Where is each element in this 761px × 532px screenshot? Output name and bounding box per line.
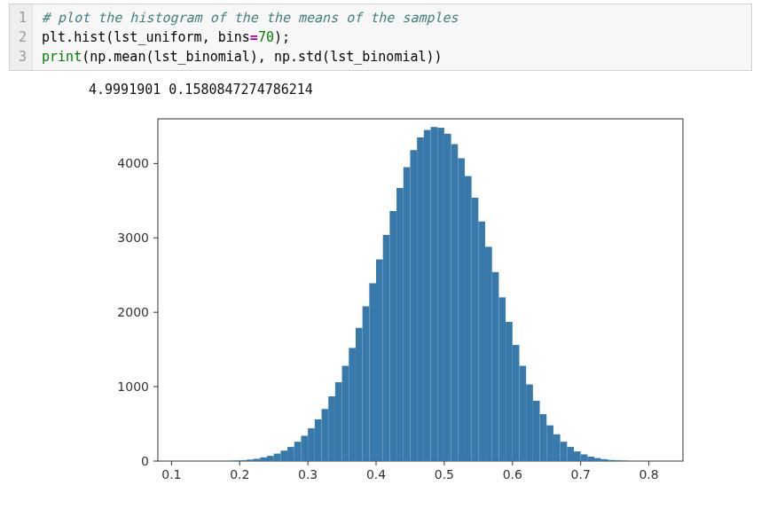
histogram-plot: 0.10.20.30.40.50.60.70.80100020003000400…: [89, 110, 692, 491]
svg-rect-23: [383, 235, 390, 461]
svg-rect-56: [608, 460, 615, 461]
stdout-output: 4.9991901 0.1580847274786214: [89, 82, 761, 98]
code-area[interactable]: # plot the histogram of the the means of…: [33, 4, 751, 70]
svg-text:2000: 2000: [117, 305, 149, 319]
line-number: 2: [19, 27, 27, 47]
svg-rect-21: [369, 283, 376, 461]
svg-rect-33: [451, 145, 459, 461]
svg-rect-41: [506, 322, 513, 461]
svg-text:0.6: 0.6: [503, 467, 522, 481]
code-number: 70: [258, 29, 274, 45]
svg-rect-47: [546, 426, 553, 461]
code-text: plt.hist(lst_uniform, bins: [42, 29, 250, 45]
svg-rect-57: [615, 460, 622, 461]
svg-text:1000: 1000: [117, 379, 149, 394]
code-comment: # plot the histogram of the the means of…: [42, 10, 459, 26]
chart-svg: 0.10.20.30.40.50.60.70.80100020003000400…: [89, 110, 692, 491]
svg-rect-42: [513, 345, 520, 461]
svg-rect-3: [247, 459, 254, 461]
svg-rect-39: [492, 272, 499, 461]
svg-rect-5: [260, 458, 267, 461]
svg-rect-38: [485, 246, 492, 461]
svg-rect-44: [526, 385, 533, 461]
svg-rect-12: [308, 428, 315, 461]
svg-rect-46: [540, 414, 547, 461]
svg-rect-27: [410, 150, 417, 461]
svg-text:3000: 3000: [117, 231, 149, 245]
svg-text:0.5: 0.5: [435, 467, 454, 481]
svg-rect-13: [315, 419, 322, 461]
svg-rect-45: [533, 401, 540, 461]
svg-rect-26: [404, 168, 411, 461]
svg-text:0.8: 0.8: [639, 467, 658, 481]
code-builtin: print: [42, 49, 82, 65]
svg-text:0.4: 0.4: [366, 467, 386, 481]
svg-text:0.2: 0.2: [230, 467, 249, 481]
svg-rect-35: [465, 176, 472, 461]
svg-rect-51: [574, 451, 581, 461]
svg-rect-19: [356, 328, 363, 461]
svg-rect-28: [417, 137, 424, 461]
svg-rect-52: [581, 454, 588, 461]
svg-text:0.3: 0.3: [298, 467, 318, 481]
svg-rect-36: [472, 198, 479, 461]
svg-rect-2: [239, 460, 247, 461]
svg-rect-31: [437, 128, 444, 461]
svg-rect-43: [519, 366, 526, 461]
svg-rect-15: [328, 396, 335, 461]
svg-rect-25: [396, 188, 404, 461]
svg-text:0: 0: [141, 454, 149, 468]
svg-rect-6: [267, 456, 274, 461]
svg-rect-32: [444, 134, 451, 461]
svg-rect-34: [458, 158, 465, 461]
svg-rect-55: [601, 459, 608, 461]
line-number: 3: [19, 47, 27, 66]
svg-rect-53: [587, 457, 594, 461]
code-cell: 1 2 3 # plot the histogram of the the me…: [9, 4, 752, 71]
svg-rect-14: [322, 409, 329, 461]
svg-rect-20: [363, 306, 370, 461]
svg-rect-9: [287, 447, 294, 461]
svg-rect-4: [254, 458, 261, 461]
svg-text:0.7: 0.7: [571, 467, 591, 481]
svg-rect-18: [349, 348, 356, 461]
svg-rect-50: [567, 447, 574, 461]
svg-rect-48: [553, 434, 561, 461]
svg-text:0.1: 0.1: [161, 467, 181, 481]
svg-rect-54: [594, 458, 601, 461]
svg-text:4000: 4000: [117, 156, 149, 170]
svg-rect-8: [280, 450, 287, 461]
svg-rect-17: [342, 366, 349, 461]
code-text: (np.mean(lst_binomial), np.std(lst_binom…: [82, 49, 442, 65]
code-text: );: [274, 29, 290, 45]
svg-rect-49: [561, 442, 568, 461]
svg-rect-37: [478, 222, 485, 461]
svg-rect-7: [274, 454, 281, 461]
svg-rect-22: [376, 260, 383, 461]
svg-rect-30: [431, 127, 438, 461]
svg-rect-40: [498, 297, 506, 461]
line-number-gutter: 1 2 3: [10, 4, 33, 70]
line-number: 1: [19, 8, 27, 27]
svg-rect-24: [389, 211, 396, 461]
code-op: =: [250, 29, 258, 45]
svg-rect-10: [294, 442, 302, 461]
svg-rect-11: [301, 435, 308, 461]
svg-rect-29: [424, 130, 431, 461]
svg-rect-16: [335, 382, 342, 461]
